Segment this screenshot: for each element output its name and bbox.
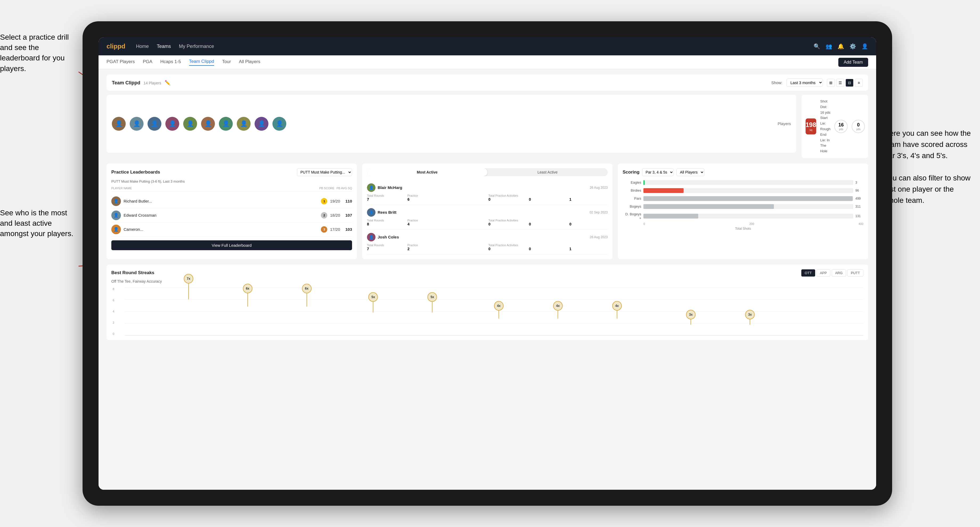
drill-select[interactable]: PUTT Must Make Putting...: [297, 168, 352, 176]
activity-card: Most Active Least Active 👤 Blair McHarg …: [362, 163, 612, 259]
subnav-tour[interactable]: Tour: [222, 59, 231, 65]
activity-vals-3: 7 2 0 0 1: [367, 247, 608, 251]
shot-unit: sq: [810, 129, 813, 132]
activity-row-1: 👤 Blair McHarg 26 Aug 2023 Total Rounds …: [367, 180, 608, 205]
subnav-pga[interactable]: PGA: [143, 59, 152, 65]
practice-rounds-3: 2: [407, 247, 446, 251]
player-avatar-5[interactable]: 👤: [183, 117, 197, 131]
team-title: Team Clippd: [112, 80, 140, 86]
streak-bubble-6x-2: 6x: [302, 284, 312, 293]
col-pb-score: PB SCORE: [319, 187, 334, 190]
show-label: Show:: [771, 80, 783, 85]
streaks-subtitle: Off The Tee, Fairway Accuracy: [111, 279, 863, 284]
nav-my-performance[interactable]: My Performance: [179, 44, 214, 49]
player-avatar-4[interactable]: 👤: [165, 117, 179, 131]
bar-track-pars: [643, 196, 853, 201]
activity-toggle: Most Active Least Active: [367, 168, 608, 176]
settings-icon[interactable]: ⚙️: [850, 43, 856, 49]
player-avatar-2[interactable]: 👤: [130, 117, 143, 131]
subnav-team-clippd[interactable]: Team Clippd: [189, 59, 215, 66]
scoring-header: Scoring Par 3, 4 & 5s All Players: [623, 168, 863, 176]
filter-ott-button[interactable]: OTT: [801, 269, 815, 276]
streak-point-7x: 7x: [184, 274, 193, 300]
activity-name-3: Josh Coles: [378, 235, 399, 239]
bar-track-bogeys: [643, 204, 853, 209]
view-card-btn[interactable]: ⊟: [845, 79, 854, 87]
team-player-count: 14 Players: [143, 81, 161, 85]
par-filter-select[interactable]: Par 3, 4 & 5s: [642, 168, 674, 176]
bell-icon[interactable]: 🔔: [838, 43, 844, 49]
add-team-button[interactable]: Add Team: [838, 58, 868, 67]
view-list-btn[interactable]: ☰: [836, 79, 844, 87]
player-filter-select[interactable]: All Players: [676, 168, 704, 176]
bar-fill-birdies: [643, 188, 684, 193]
player-avatar-1[interactable]: 👤: [112, 117, 126, 131]
search-icon[interactable]: 🔍: [813, 43, 820, 49]
streaks-chart-area: 8 6 4 2 0: [125, 287, 863, 335]
filter-arg-button[interactable]: ARG: [832, 269, 846, 276]
team-title-area: Team Clippd 14 Players ✏️: [112, 80, 170, 86]
activity-name-1: Blair McHarg: [378, 185, 402, 190]
tournament-rounds-2: 8: [367, 222, 405, 226]
view-full-leaderboard-button[interactable]: View Full Leaderboard: [111, 240, 352, 250]
most-active-toggle[interactable]: Most Active: [367, 168, 487, 176]
view-grid-btn[interactable]: ⊞: [827, 79, 835, 87]
player-avatar-3[interactable]: 👤: [148, 117, 161, 131]
user-avatar-icon[interactable]: 👤: [861, 43, 868, 49]
x-axis-0: 0: [643, 222, 645, 225]
streak-line-5x-1: [373, 302, 373, 313]
app-3: 0: [529, 247, 567, 251]
filter-putt-button[interactable]: PUTT: [847, 269, 863, 276]
streak-line-4x-3: [617, 311, 617, 319]
total-shots-label: Total Shots: [623, 227, 863, 230]
streak-bubble-3x-2: 3x: [745, 310, 755, 319]
streak-bubble-7x: 7x: [184, 274, 193, 284]
show-period-select[interactable]: Last 3 months: [786, 78, 823, 87]
shot-number-box: 198 sq: [806, 119, 816, 135]
y-label-0: 0: [113, 332, 114, 335]
player-avatar-7[interactable]: 👤: [219, 117, 233, 131]
annotation-bottom-left: See who is the most and least active amo…: [0, 208, 80, 239]
bar-val-eagles: 3: [855, 181, 863, 184]
y-axis-labels: 8 6 4 2 0: [113, 287, 114, 335]
total-practice-label: Total Practice Activities: [488, 194, 608, 197]
players-label: Players: [778, 121, 791, 126]
nav-teams[interactable]: Teams: [157, 44, 171, 49]
filter-app-button[interactable]: APP: [816, 269, 830, 276]
view-table-btn[interactable]: ≡: [855, 79, 863, 87]
nav-home[interactable]: Home: [136, 44, 149, 49]
people-icon[interactable]: 👥: [826, 43, 832, 49]
yards-end: 0: [857, 122, 860, 128]
bar-fill-bogeys: [643, 204, 774, 209]
team-controls: Show: Last 3 months ⊞ ☰ ⊟ ≡: [771, 78, 863, 87]
lb-rank-badge-1: 1: [321, 198, 327, 205]
least-active-toggle[interactable]: Least Active: [487, 168, 608, 176]
y-label-8: 8: [113, 287, 114, 290]
bar-row-birdies: Birdies 96: [623, 188, 863, 193]
subnav-pgat[interactable]: PGAT Players: [107, 59, 135, 65]
subnav-all-players[interactable]: All Players: [239, 59, 260, 65]
player-avatar-6[interactable]: 👤: [201, 117, 215, 131]
player-avatar-8[interactable]: 👤: [237, 117, 251, 131]
subnav-hcaps[interactable]: Hcaps 1-5: [160, 59, 181, 65]
bar-val-birdies: 96: [855, 189, 863, 192]
nav-logo: clippd: [107, 43, 126, 50]
edit-team-icon[interactable]: ✏️: [165, 80, 170, 86]
ott-3: 0: [488, 247, 527, 251]
leaderboard-row-2: 👤 Edward Crossman 2 18/20 107: [111, 208, 352, 222]
player-avatar-9[interactable]: 👤: [255, 117, 269, 131]
app-1: 0: [529, 197, 567, 202]
bar-val-bogeys: 311: [855, 205, 863, 208]
player-avatar-10[interactable]: 👤: [272, 117, 286, 131]
yards-end-unit: yds: [856, 128, 861, 131]
streaks-section: Best Round Streaks OTT APP ARG PUTT Off …: [107, 265, 868, 340]
tournament-rounds-1: 7: [367, 197, 405, 202]
y-label-4: 4: [113, 310, 114, 313]
lb-name-3: Cameron...: [124, 227, 318, 232]
streak-point-3x-2: 3x: [745, 310, 755, 325]
main-content: Team Clippd 14 Players ✏️ Show: Last 3 m…: [99, 69, 876, 490]
shot-details: Shot Dist: 16 yds Start Lie: Rough End L…: [820, 99, 830, 154]
nav-icons: 🔍 👥 🔔 ⚙️ 👤: [813, 43, 868, 49]
yards-start: 16: [838, 122, 844, 128]
lb-avatar-3: 👤: [111, 225, 121, 234]
